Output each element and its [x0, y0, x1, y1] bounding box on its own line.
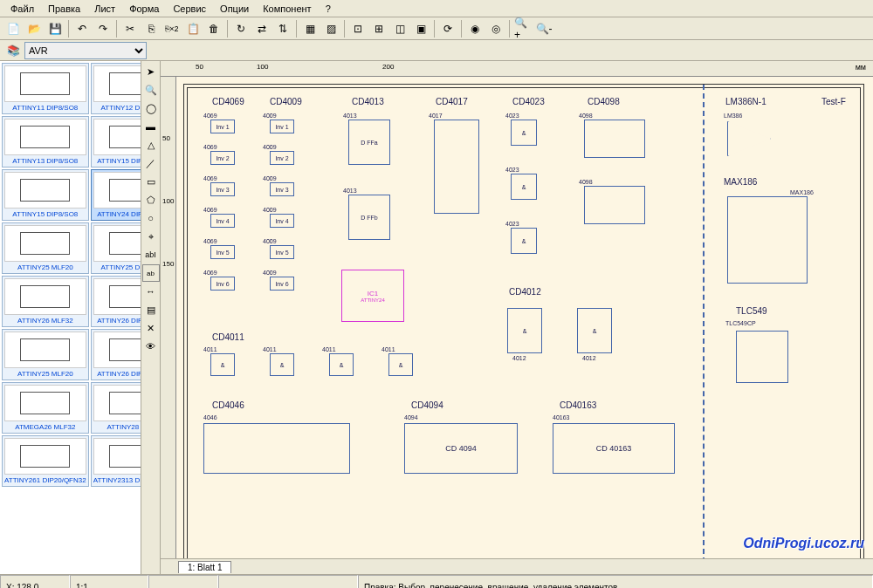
mode2-icon[interactable]: ◎ [486, 19, 505, 38]
library-item-3[interactable]: ATTINY15 DIP8/MLF20 [91, 116, 141, 168]
zoom-fit-icon[interactable]: ⊡ [348, 19, 368, 38]
comp-cd4012b[interactable]: & [577, 308, 612, 353]
menu-form[interactable]: Форма [122, 2, 166, 16]
gate-4009-4[interactable]: Inv 4 [270, 214, 294, 228]
ungroup-icon[interactable]: ▨ [321, 19, 340, 38]
comp-cd4098b[interactable] [584, 186, 645, 224]
gate-inv2[interactable]: Inv 2 [210, 151, 235, 165]
comp-cd4013a[interactable]: D FFa [348, 120, 390, 165]
library-item-4[interactable]: ATTINY15 DIP8/SO8 [2, 169, 89, 221]
comp-cd4011a[interactable]: & [210, 353, 235, 376]
special-tool-icon[interactable]: ⌖ [142, 228, 160, 245]
gate-inv6[interactable]: Inv 6 [210, 277, 235, 291]
library-item-0[interactable]: ATTINY11 DIP8/SO8 [2, 63, 89, 114]
gate-4009-5[interactable]: Inv 5 [270, 245, 294, 259]
menu-sheet[interactable]: Лист [87, 2, 122, 16]
gate-4009-3[interactable]: Inv 3 [270, 182, 294, 196]
circle-tool-icon[interactable]: ○ [142, 209, 160, 227]
line-tool-icon[interactable]: ／ [142, 154, 160, 172]
comp-max186[interactable] [727, 196, 808, 284]
schematic-canvas[interactable]: CD4069 CD4009 CD4013 CD4017 CD4023 CD409… [176, 77, 873, 558]
mode1-icon[interactable]: ◉ [465, 19, 485, 38]
layers-icon[interactable]: 📚 [3, 41, 23, 60]
paste-icon[interactable]: 📋 [183, 19, 203, 38]
library-item-5[interactable]: ATTINY24 DIP14/SO14 [91, 169, 141, 221]
mirror-h-icon[interactable]: ⇄ [252, 19, 272, 38]
component-library-panel[interactable]: ATTINY11 DIP8/SO8ATTINY12 DIP8/SO8ATTINY… [0, 61, 141, 574]
refresh-icon[interactable]: ⟳ [438, 19, 457, 38]
comp-cd4011c[interactable]: & [329, 353, 354, 376]
gate-4009-2[interactable]: Inv 2 [270, 151, 294, 165]
cut-icon[interactable]: ✂ [120, 19, 140, 38]
undo-icon[interactable]: ↶ [72, 19, 92, 38]
library-item-1[interactable]: ATTINY12 DIP8/SO8 [91, 63, 141, 114]
save-icon[interactable]: 💾 [45, 19, 65, 38]
mirror-v-icon[interactable]: ⇅ [273, 19, 292, 38]
comp-cd40163[interactable]: CD 40163 [553, 423, 675, 474]
library-item-7[interactable]: ATTINY25 DIP8/SO8 [91, 222, 141, 274]
open-icon[interactable]: 📂 [24, 19, 44, 38]
zoom-obj-icon[interactable]: ◫ [390, 19, 409, 38]
comp-cd4017[interactable] [434, 120, 479, 214]
gate-inv3[interactable]: Inv 3 [210, 182, 235, 196]
comp-cd4094[interactable]: CD 4094 [404, 423, 518, 474]
library-item-13[interactable]: ATTINY28 DIP28 [91, 382, 141, 434]
poly-tool-icon[interactable]: ⬠ [142, 191, 160, 209]
comp-cd4023b[interactable]: & [511, 174, 537, 200]
group-icon[interactable]: ▦ [300, 19, 320, 38]
layer-tool-icon[interactable]: ▤ [142, 301, 160, 318]
new-icon[interactable]: 📄 [3, 19, 23, 38]
comp-cd4013b[interactable]: D FFb [348, 195, 390, 240]
connect-tool-icon[interactable]: ✕ [142, 319, 160, 337]
gate-inv1[interactable]: Inv 1 [210, 120, 235, 133]
menu-edit[interactable]: Правка [41, 2, 87, 16]
menu-help[interactable]: ? [319, 2, 338, 16]
comp-cd4098a[interactable] [584, 120, 645, 158]
gate-4009-1[interactable]: Inv 1 [270, 120, 294, 133]
menu-file[interactable]: Файл [3, 2, 41, 16]
comp-ic1-attiny24[interactable]: IC1 ATTINY24 [341, 270, 404, 322]
pad-tool-icon[interactable]: ◯ [142, 99, 160, 117]
zoom-in-icon[interactable]: 🔍+ [513, 19, 533, 38]
gate-inv4[interactable]: Inv 4 [210, 214, 235, 228]
copy2-icon[interactable]: ⎘×2 [162, 19, 182, 38]
zoom-area-icon[interactable]: ⊞ [369, 19, 388, 38]
copy-icon[interactable]: ⎘ [141, 19, 161, 38]
gate-4009-6[interactable]: Inv 6 [270, 277, 294, 291]
menu-options[interactable]: Опции [213, 2, 256, 16]
redo-icon[interactable]: ↷ [93, 19, 113, 38]
comp-cd4046[interactable] [203, 423, 350, 474]
library-item-11[interactable]: ATTINY26 DIP20/SO20 [91, 329, 141, 380]
library-item-14[interactable]: ATTINY261 DIP20/QFN32 [2, 435, 89, 487]
zoom-all-icon[interactable]: ▣ [411, 19, 430, 38]
text-tool-icon[interactable]: abI [142, 246, 160, 263]
library-item-10[interactable]: ATTINY25 MLF20 [2, 329, 89, 380]
smd-tool-icon[interactable]: ▬ [142, 118, 160, 135]
rect-tool-icon[interactable]: ▭ [142, 173, 160, 190]
reset-angle-icon[interactable]: ↺ [317, 583, 336, 589]
measure-tool-icon[interactable]: ↔ [142, 283, 160, 300]
library-item-12[interactable]: ATMEGA26 MLF32 [2, 382, 89, 434]
zoom-tool-icon[interactable]: 🔍 [142, 81, 160, 99]
comp-cd4023c[interactable]: & [511, 228, 537, 254]
grid-toggle-icon[interactable]: ⊞ [240, 583, 259, 589]
comp-cd4023a[interactable]: & [511, 120, 537, 146]
eye-tool-icon[interactable]: 👁 [142, 338, 160, 355]
label-tool-icon[interactable]: ab [142, 264, 160, 282]
rotate-icon[interactable]: ↻ [231, 19, 251, 38]
zoom-out-icon[interactable]: 🔍- [534, 19, 553, 38]
menu-component[interactable]: Компонент [256, 2, 318, 16]
comp-cd4011b[interactable]: & [270, 353, 294, 376]
gate-inv5[interactable]: Inv 5 [210, 245, 235, 259]
library-item-2[interactable]: ATTINY13 DIP8/SO8 [2, 116, 89, 168]
library-item-6[interactable]: ATTINY25 MLF20 [2, 222, 89, 274]
library-select[interactable]: AVR [24, 42, 147, 59]
library-item-9[interactable]: ATTINY26 DIP20/SO20 [91, 276, 141, 327]
comp-tlc549[interactable] [736, 331, 788, 383]
comp-cd4012a[interactable]: & [507, 308, 542, 353]
snap-icon[interactable]: ✧ [265, 583, 284, 589]
delete-icon[interactable]: 🗑 [204, 19, 223, 38]
menu-service[interactable]: Сервис [166, 2, 213, 16]
track-tool-icon[interactable]: △ [142, 136, 160, 154]
library-item-8[interactable]: ATTINY26 MLF32 [2, 276, 89, 327]
